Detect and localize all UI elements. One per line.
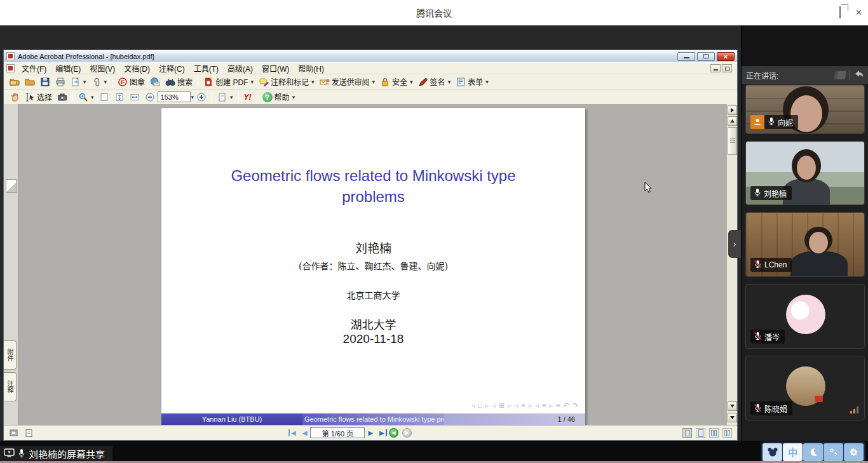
fit-width-button[interactable] (127, 91, 142, 104)
slide-collaborators: (合作者：陈立、鞠红杰、鲁建、向妮) (161, 259, 585, 272)
menu-edit[interactable]: 编辑(E) (51, 62, 85, 74)
ime-fullwidth-moon-button[interactable] (803, 443, 823, 461)
first-page-button[interactable]: ◀ (288, 429, 299, 436)
participant-tile[interactable]: 潘岑 (745, 284, 865, 349)
save-button[interactable] (37, 76, 53, 88)
screen-share-banner: 刘艳楠的屏幕共享 (0, 446, 112, 462)
acrobat-view-toolbar: 选择 ▾ 153% ▾ ▾ Y! ?帮助▾ (4, 89, 737, 104)
divider (850, 70, 850, 80)
menu-view[interactable]: 视图(V) (85, 62, 119, 74)
menu-tools[interactable]: 工具(T) (189, 62, 223, 74)
previous-view-button[interactable]: ◀ (389, 428, 398, 438)
yahoo-toolbar-button[interactable]: Y! (241, 91, 254, 103)
participant-tile[interactable]: 刘艳楠 (745, 141, 865, 205)
menu-help[interactable]: 帮助(H) (294, 62, 329, 74)
menu-file[interactable]: 文件(F) (17, 62, 51, 74)
export-button[interactable]: ▾ (68, 76, 89, 88)
flag-badge (815, 396, 823, 402)
zoom-tool-button[interactable]: ▾ (76, 91, 97, 104)
document-restore-button[interactable] (722, 64, 732, 72)
help-icon: ? (262, 92, 273, 102)
comment-markup-button[interactable]: 注释和标记▾ (256, 75, 317, 88)
ime-punctuation-button[interactable] (824, 443, 843, 461)
minimize-icon (684, 57, 689, 58)
forms-button[interactable]: 表单▾ (453, 75, 491, 88)
email-globe-icon (150, 77, 160, 87)
continuous-layout-button[interactable] (696, 428, 705, 438)
previous-page-button[interactable]: ◀ (299, 429, 311, 436)
page-number-field[interactable]: 第 1/60 页 (310, 427, 365, 438)
continuous-facing-layout-button[interactable] (709, 428, 719, 438)
menu-window[interactable]: 窗口(W) (257, 62, 294, 74)
next-page-scroll-button[interactable] (728, 413, 737, 422)
slide-footer-author: Yannan Liu (BTBU) (161, 413, 302, 425)
collapse-article-button[interactable] (728, 105, 737, 115)
last-page-button[interactable]: ▶ (376, 429, 387, 436)
scroll-up-button[interactable] (728, 116, 737, 126)
menu-advanced[interactable]: 高级(A) (223, 62, 257, 74)
next-page-button[interactable]: ▶ (365, 429, 376, 436)
forms-label: 表单 (468, 76, 483, 87)
send-review-button[interactable]: 发送供审阅▾ (317, 75, 378, 88)
hand-icon (10, 92, 20, 102)
sidebar-collapse-handle[interactable]: › (728, 230, 741, 258)
slide-title-line1: Geometric flows related to Minkowski typ… (161, 165, 585, 186)
acrobat-restore-button[interactable] (697, 52, 715, 61)
send-review-icon (320, 77, 330, 87)
actual-size-button[interactable] (97, 91, 112, 104)
comment-markup-label: 注释和标记 (271, 76, 309, 87)
ime-logo-button[interactable] (763, 443, 782, 461)
single-page-layout-button[interactable] (682, 428, 692, 438)
beamer-navigation-symbols: ◃ □ ▹ ◃ ⊞ ▹ ◃ ≡ ▹ ◃ ≡ ▹ ≡ ↶ ↷ (471, 401, 579, 410)
participant-tile[interactable]: 陈晓娟 (745, 356, 865, 420)
tab-attachments[interactable]: 附件 (4, 340, 17, 370)
search-button[interactable]: 搜索 (163, 75, 195, 88)
open-button[interactable] (7, 76, 22, 88)
menu-comments[interactable]: 注释(C) (154, 62, 189, 74)
scroll-down-button[interactable] (728, 401, 737, 411)
select-tool-button[interactable]: 选择 (22, 90, 55, 104)
restore-icon (703, 54, 709, 58)
back-arrow-icon[interactable] (854, 70, 864, 81)
organizer-button[interactable] (22, 76, 37, 88)
hand-tool-button[interactable] (7, 91, 22, 104)
acrobat-close-button[interactable]: × (717, 52, 735, 61)
printer-icon (55, 77, 65, 87)
print-button[interactable] (53, 76, 68, 88)
stamp-button[interactable]: 图章 (115, 75, 147, 88)
zoom-in-button[interactable] (194, 91, 209, 104)
page-display-button[interactable]: ▾ (215, 91, 236, 104)
zoom-out-button[interactable] (142, 91, 158, 104)
paperclip-icon (92, 77, 102, 87)
pane-splitter-handle[interactable] (6, 179, 17, 193)
scrollbar-thumb[interactable] (728, 127, 737, 155)
tab-comments[interactable]: 注释 (4, 372, 17, 401)
fit-page-button[interactable] (112, 91, 127, 104)
ime-language-mode-button[interactable]: 中 (783, 443, 803, 461)
mic-muted-icon (754, 403, 762, 414)
participant-tile[interactable]: LChen (745, 212, 865, 277)
camera-icon (57, 92, 67, 102)
acrobat-minimize-button[interactable] (677, 52, 695, 61)
page-size-icon[interactable] (24, 428, 34, 438)
document-minimize-button[interactable] (710, 64, 721, 72)
comment-markup-icon (259, 77, 269, 87)
facing-layout-button[interactable] (722, 428, 732, 438)
dynamic-zoom-icon[interactable] (9, 428, 19, 438)
participant-tile[interactable]: 向妮 (745, 84, 865, 134)
help-button[interactable]: ?帮助▾ (260, 90, 298, 104)
next-view-button[interactable]: ▶ (402, 428, 412, 438)
email-button[interactable] (147, 76, 163, 88)
restore-button[interactable] (839, 7, 841, 18)
ime-settings-gear-icon[interactable] (844, 443, 864, 461)
sign-button[interactable]: 签名▾ (416, 75, 454, 88)
create-pdf-button[interactable]: 创建 PDF▾ (201, 75, 256, 88)
attach-button[interactable]: ▾ (89, 76, 110, 88)
security-button[interactable]: 安全▾ (377, 75, 416, 88)
zoom-level-field[interactable]: 153% (158, 91, 191, 102)
slide-footer: Yannan Liu (BTBU) Geometric flows relate… (161, 413, 585, 425)
close-button[interactable]: × (856, 8, 862, 18)
snapshot-button[interactable] (55, 91, 70, 104)
vertical-scrollbar[interactable] (726, 104, 737, 425)
menu-document[interactable]: 文档(D) (119, 62, 154, 74)
